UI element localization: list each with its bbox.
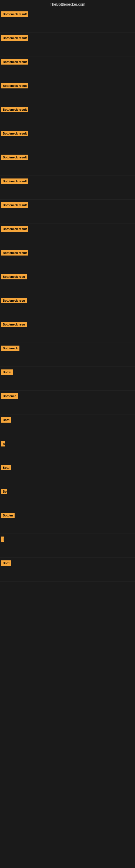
list-item: B xyxy=(0,438,135,462)
list-item: Bottleneck xyxy=(0,343,135,367)
list-item: Bottleneck result xyxy=(0,33,135,56)
bottleneck-badge-18[interactable]: B xyxy=(1,441,5,446)
list-item: Bottl xyxy=(0,414,135,438)
list-item: Bottleneck result xyxy=(0,247,135,271)
bottleneck-badge-20[interactable]: Bo xyxy=(1,489,7,494)
bottleneck-badge-1[interactable]: Bottleneck result xyxy=(1,35,28,41)
list-item: | xyxy=(0,534,135,558)
list-item: Bottlen xyxy=(0,510,135,534)
bottleneck-badge-14[interactable]: Bottleneck xyxy=(1,346,19,351)
bottleneck-badge-3[interactable]: Bottleneck result xyxy=(1,83,28,88)
bottleneck-badge-12[interactable]: Bottleneck resu xyxy=(1,298,27,303)
list-item: Bottleneck result xyxy=(0,223,135,247)
list-item: Bottlenec xyxy=(0,391,135,414)
bottleneck-badge-16[interactable]: Bottlenec xyxy=(1,393,18,399)
bottleneck-badge-5[interactable]: Bottleneck result xyxy=(1,131,28,136)
items-wrapper: Bottleneck resultBottleneck resultBottle… xyxy=(0,9,135,853)
bottleneck-badge-9[interactable]: Bottleneck result xyxy=(1,226,28,231)
list-item: Bottleneck result xyxy=(0,104,135,128)
list-item: Bottleneck result xyxy=(0,56,135,80)
list-item: Bottleneck result xyxy=(0,152,135,176)
list-item: Bottleneck result xyxy=(0,80,135,104)
bottleneck-badge-6[interactable]: Bottleneck result xyxy=(1,155,28,160)
list-item: Bottleneck result xyxy=(0,9,135,33)
list-item: Bottle xyxy=(0,367,135,391)
list-item: Bottleneck resu xyxy=(0,319,135,343)
bottleneck-badge-2[interactable]: Bottleneck result xyxy=(1,59,28,65)
bottleneck-badge-0[interactable]: Bottleneck result xyxy=(1,11,28,17)
bottleneck-badge-11[interactable]: Bottleneck resu xyxy=(1,274,27,279)
list-item: Bottleneck result xyxy=(0,199,135,223)
bottleneck-badge-23[interactable]: Bottl xyxy=(1,560,11,566)
list-item: Bottleneck result xyxy=(0,176,135,199)
bottleneck-badge-10[interactable]: Bottleneck result xyxy=(1,250,28,255)
list-item: Bottleneck result xyxy=(0,128,135,152)
main-container: TheBottlenecker.com Bottleneck resultBot… xyxy=(0,0,135,853)
list-item: Bottleneck resu xyxy=(0,271,135,295)
bottleneck-badge-21[interactable]: Bottlen xyxy=(1,513,14,518)
bottleneck-badge-8[interactable]: Bottleneck result xyxy=(1,203,28,208)
list-item: Bo xyxy=(0,486,135,510)
list-item: Bottl xyxy=(0,558,135,582)
bottleneck-badge-17[interactable]: Bottl xyxy=(1,417,11,423)
list-item: Bottl xyxy=(0,462,135,486)
bottleneck-badge-22[interactable]: | xyxy=(1,536,4,542)
bottleneck-badge-7[interactable]: Bottleneck result xyxy=(1,179,28,184)
bottleneck-badge-19[interactable]: Bottl xyxy=(1,465,11,470)
site-title: TheBottlenecker.com xyxy=(0,0,135,9)
bottleneck-badge-15[interactable]: Bottle xyxy=(1,369,13,375)
bottleneck-badge-4[interactable]: Bottleneck result xyxy=(1,107,28,112)
list-item: Bottleneck resu xyxy=(0,295,135,319)
bottleneck-badge-13[interactable]: Bottleneck resu xyxy=(1,322,27,327)
